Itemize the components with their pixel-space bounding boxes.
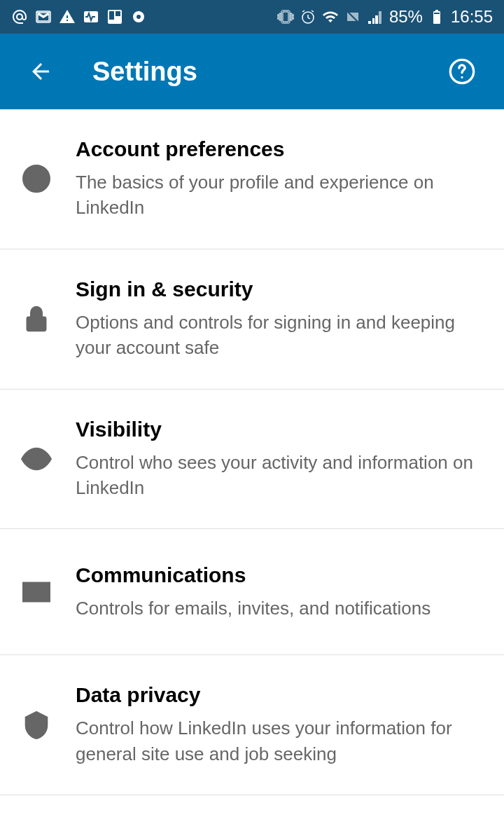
wifi-icon [322,8,339,25]
svg-point-14 [35,323,38,326]
gmail-icon [35,8,52,25]
at-icon [11,8,28,25]
item-description: The basics of your profile and experienc… [76,170,483,221]
status-bar-right: 85% 16:55 [277,7,493,27]
svg-rect-3 [115,11,120,16]
item-title: Account preferences [76,137,483,161]
no-sim-icon [344,8,361,25]
item-content: Data privacy Control how LinkedIn uses y… [76,683,483,767]
status-bar-left [11,8,147,25]
settings-item-data-privacy[interactable]: Data privacy Control how LinkedIn uses y… [0,655,504,795]
avast-icon [130,8,147,25]
trello-icon [106,8,123,25]
arrow-left-icon [28,59,53,84]
svg-point-15 [33,455,41,462]
status-bar: 85% 16:55 [0,0,504,34]
battery-icon [428,8,445,25]
item-description: Controls for emails, invites, and notifi… [76,596,483,621]
item-content: Sign in & security Options and controls … [76,277,483,361]
svg-point-5 [136,15,141,19]
page-title: Settings [92,57,442,87]
svg-point-12 [32,170,41,179]
item-content: Communications Controls for emails, invi… [76,563,483,621]
alarm-icon [300,8,316,25]
app-bar: Settings [0,34,504,109]
activity-icon [83,8,99,25]
item-content: Account preferences The basics of your p… [76,137,483,221]
person-icon [21,163,52,194]
lock-icon [21,303,52,334]
item-description: Options and controls for signing in and … [76,310,483,361]
vibrate-icon [277,8,294,25]
back-button[interactable] [22,53,59,90]
item-description: Control how LinkedIn uses your informati… [76,715,483,767]
svg-rect-2 [109,11,114,20]
signal-icon [367,8,384,25]
battery-percentage: 85% [389,7,423,27]
svg-rect-9 [434,13,440,14]
item-title: Visibility [76,418,483,441]
settings-item-visibility[interactable]: Visibility Control who sees your activit… [0,390,504,530]
item-title: Sign in & security [76,277,483,301]
help-button[interactable] [442,52,482,91]
item-description: Control who sees your activity and infor… [76,450,483,501]
settings-item-account-preferences[interactable]: Account preferences The basics of your p… [0,109,504,249]
warning-icon [59,8,76,25]
mail-icon [21,577,52,607]
settings-list: Account preferences The basics of your p… [0,109,504,795]
settings-item-communications[interactable]: Communications Controls for emails, invi… [0,529,504,655]
time-display: 16:55 [451,7,493,27]
eye-icon [21,444,52,474]
item-title: Data privacy [76,683,483,707]
settings-item-sign-in-security[interactable]: Sign in & security Options and controls … [0,249,504,390]
item-content: Visibility Control who sees your activit… [76,418,483,501]
shield-icon [21,710,52,741]
item-title: Communications [76,563,483,587]
help-icon [448,57,476,85]
